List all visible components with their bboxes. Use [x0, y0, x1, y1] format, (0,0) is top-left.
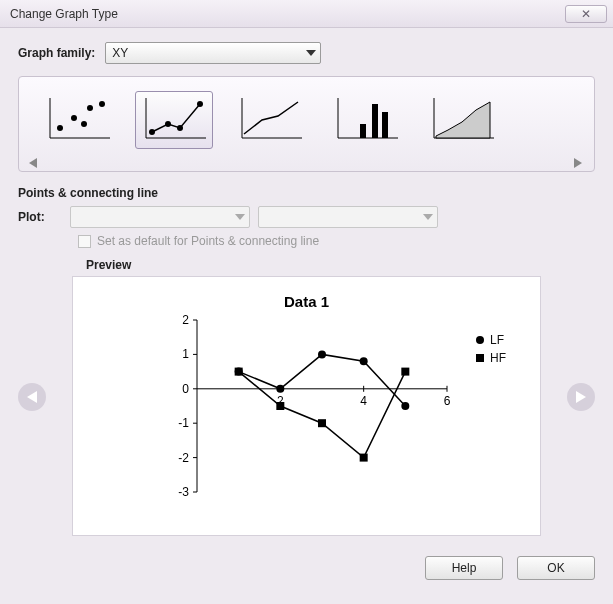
plot-row: Plot:: [18, 206, 595, 228]
svg-text:0: 0: [182, 382, 189, 396]
default-checkbox[interactable]: [78, 235, 91, 248]
titlebar: Change Graph Type ✕: [0, 0, 613, 28]
svg-text:1: 1: [182, 347, 189, 361]
svg-rect-50: [359, 454, 367, 462]
svg-text:-2: -2: [178, 451, 189, 465]
dialog-content: Graph family: XY Points & connecting lin…: [0, 28, 613, 546]
svg-rect-48: [276, 402, 284, 410]
svg-point-45: [359, 357, 367, 365]
graph-family-row: Graph family: XY: [18, 42, 595, 64]
svg-text:-3: -3: [178, 485, 189, 499]
preview-area: Preview Data 1 -3-2-1012246 LFHF: [18, 258, 595, 536]
svg-point-10: [165, 121, 171, 127]
graph-type-gallery: [18, 76, 595, 172]
preview-prev-button[interactable]: [18, 383, 46, 411]
preview-box: Data 1 -3-2-1012246 LFHF: [72, 276, 541, 536]
graph-type-thumb-points-line[interactable]: [135, 91, 213, 149]
graph-family-value: XY: [112, 46, 128, 60]
svg-text:2: 2: [182, 314, 189, 327]
preview-chart: -3-2-1012246: [157, 314, 457, 514]
circle-marker-icon: [476, 336, 484, 344]
svg-point-46: [401, 402, 409, 410]
svg-point-9: [149, 129, 155, 135]
chart-legend: LFHF: [476, 333, 506, 369]
svg-rect-47: [234, 368, 242, 376]
triangle-left-icon: [27, 391, 37, 403]
graph-type-thumb-scatter[interactable]: [39, 91, 117, 149]
ok-button[interactable]: OK: [517, 556, 595, 580]
svg-rect-51: [401, 368, 409, 376]
plot-combo-2[interactable]: [258, 206, 438, 228]
graph-type-thumb-area[interactable]: [423, 91, 501, 149]
window-title: Change Graph Type: [10, 7, 118, 21]
default-check-label: Set as default for Points & connecting l…: [97, 234, 319, 248]
svg-point-11: [177, 125, 183, 131]
svg-point-12: [197, 101, 203, 107]
default-check-row: Set as default for Points & connecting l…: [78, 234, 595, 248]
graph-family-label: Graph family:: [18, 46, 95, 60]
svg-rect-18: [372, 104, 378, 138]
svg-text:6: 6: [443, 394, 450, 408]
chevron-down-icon: [235, 214, 245, 220]
preview-next-button[interactable]: [567, 383, 595, 411]
legend-label: LF: [490, 333, 504, 347]
graph-type-thumb-line[interactable]: [231, 91, 309, 149]
svg-rect-19: [382, 112, 388, 138]
chevron-down-icon: [423, 214, 433, 220]
scroll-right-icon[interactable]: [574, 157, 584, 167]
svg-text:-1: -1: [178, 416, 189, 430]
chart-title: Data 1: [83, 293, 530, 310]
graph-family-combo[interactable]: XY: [105, 42, 321, 64]
gallery-scroll: [29, 157, 584, 167]
close-button[interactable]: ✕: [565, 5, 607, 23]
svg-rect-49: [318, 419, 326, 427]
scroll-left-icon[interactable]: [29, 157, 39, 167]
close-icon: ✕: [581, 7, 591, 21]
svg-point-44: [318, 350, 326, 358]
svg-point-6: [99, 101, 105, 107]
svg-text:4: 4: [360, 394, 367, 408]
svg-point-3: [71, 115, 77, 121]
help-button[interactable]: Help: [425, 556, 503, 580]
dialog-footer: Help OK: [0, 546, 613, 592]
svg-point-4: [81, 121, 87, 127]
graph-type-thumb-column[interactable]: [327, 91, 405, 149]
section-title: Points & connecting line: [18, 186, 595, 200]
svg-point-5: [87, 105, 93, 111]
plot-combo-1[interactable]: [70, 206, 250, 228]
svg-point-43: [276, 385, 284, 393]
chevron-down-icon: [306, 50, 316, 56]
preview-label: Preview: [86, 258, 541, 272]
plot-label: Plot:: [18, 210, 52, 224]
legend-label: HF: [490, 351, 506, 365]
triangle-right-icon: [576, 391, 586, 403]
legend-item: HF: [476, 351, 506, 365]
legend-item: LF: [476, 333, 506, 347]
square-marker-icon: [476, 354, 484, 362]
svg-rect-17: [360, 124, 366, 138]
svg-point-2: [57, 125, 63, 131]
